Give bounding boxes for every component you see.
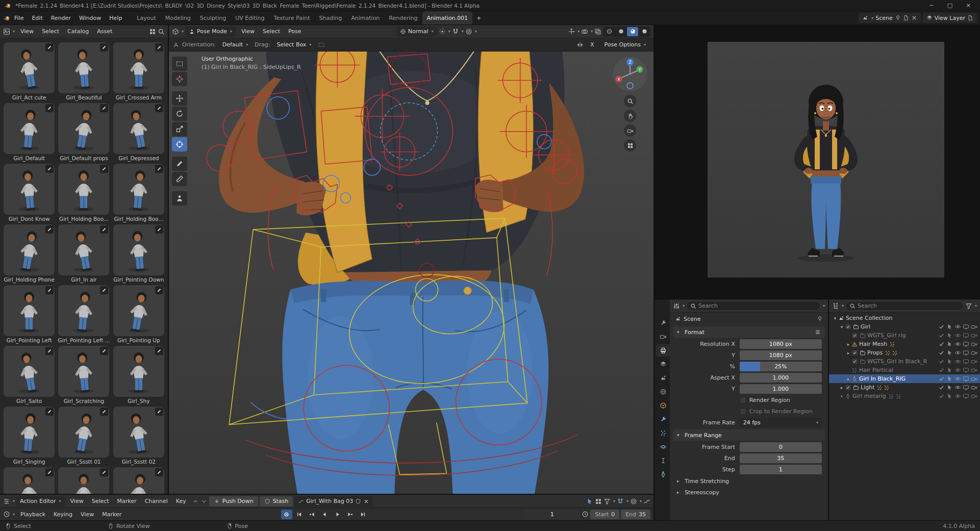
pin-id-icon[interactable] [817,316,823,322]
exclude-toggle-icon[interactable] [938,367,945,373]
ortho-toggle-button[interactable] [624,139,636,151]
minimize-button[interactable]: ─ [926,2,937,9]
asset-menu-asset[interactable]: Asset [93,27,116,36]
selectable-toggle-icon[interactable] [946,384,953,391]
disable-render-toggle-icon[interactable] [971,384,977,391]
asset-browser-editor-icon[interactable] [3,28,10,35]
asset-thumbnail[interactable] [58,285,109,336]
disable-render-toggle-icon[interactable] [971,375,977,382]
disable-viewport-toggle-icon[interactable] [963,384,969,391]
asset-item-girl-pointing-up[interactable]: Girl_Pointing Up [113,285,165,344]
mode-selector[interactable]: Pose Mode▾ [185,27,236,37]
expand-icon[interactable]: ▸ [845,342,851,347]
snap-keys-icon[interactable] [617,498,624,505]
disable-render-toggle-icon[interactable] [971,367,977,373]
asset-item-girl-pointing-left[interactable]: Girl_Pointing Left ... [58,285,110,344]
asset-item-girl-dont-know[interactable]: Girl_Dont Know [3,164,55,222]
exclude-toggle-icon[interactable] [938,341,945,347]
crop-render-region-checkbox[interactable]: Crop to Render Region [740,408,822,415]
workspace-tab-shading[interactable]: Shading [315,11,347,24]
format-presets-icon[interactable] [815,329,821,335]
properties-tab-constraints[interactable] [656,454,670,467]
edit-pose-icon[interactable] [155,408,163,416]
tool-select-box-button[interactable] [172,57,187,71]
add-workspace-button[interactable]: + [472,14,485,22]
stereoscopy-section-header[interactable]: ▸Stereoscopy [670,487,828,498]
edit-pose-icon[interactable] [100,225,108,234]
frame-start-field[interactable]: 0 [740,442,822,452]
proportional-keys-icon[interactable] [630,498,637,505]
navigation-axis-gizmo[interactable]: Z X Y [612,56,648,92]
dope-sheet-mode-dropdown[interactable]: Action Editor▾ [16,496,65,507]
display-mode-icon[interactable] [149,28,156,35]
fallback-tool-icon[interactable] [318,41,325,48]
asset-item-girl-in-air[interactable]: Girl_In air [58,224,110,283]
selectable-toggle-icon[interactable] [946,375,953,382]
show-gizmo-icon[interactable] [568,28,575,35]
frame-rate-dropdown[interactable]: 24 fps▾ [740,418,822,427]
hide-toggle-icon[interactable] [954,384,961,391]
outliner-search[interactable] [845,301,964,311]
asset-item-girl-holding-boo[interactable]: Girl_Holding Boo... [58,164,110,222]
edit-pose-icon[interactable] [155,165,163,173]
asset-item-girl-beautiful[interactable]: Girl_Beautiful [58,42,110,101]
edit-pose-icon[interactable] [45,104,54,112]
asset-item-girl-shy[interactable]: Girl_Shy [113,346,165,404]
workspace-tab-modeling[interactable]: Modeling [161,11,195,24]
selectable-toggle-icon[interactable] [946,367,953,373]
menu-window[interactable]: Window [75,14,105,22]
asset-thumbnail[interactable] [113,285,164,336]
play-button[interactable] [332,510,343,519]
edit-pose-icon[interactable] [45,347,54,355]
hide-toggle-icon[interactable] [954,375,961,382]
fake-user-icon[interactable] [355,498,361,504]
tool-transform-button[interactable] [172,137,187,151]
action-menu-channel[interactable]: Channel [141,497,172,505]
edit-pose-icon[interactable] [155,43,163,52]
asset-thumbnail[interactable] [58,407,109,458]
edit-pose-icon[interactable] [100,104,108,112]
collapse-icon[interactable]: ▾ [832,316,838,321]
shading-solid-button[interactable] [615,27,626,36]
timeline-menu-marker[interactable]: Marker [98,510,125,519]
key-interpolation-icon[interactable] [643,498,650,505]
asset-thumbnail[interactable] [4,224,55,275]
outliner-row-scene-collection[interactable]: ▾Scene Collection [829,314,980,322]
asset-item-girl-default-props[interactable]: Girl_Default props [58,103,110,162]
edit-pose-icon[interactable] [45,165,54,173]
edit-pose-icon[interactable] [155,347,163,355]
shading-rendered-button[interactable] [639,27,650,36]
disable-viewport-toggle-icon[interactable] [963,358,969,365]
tool-scale-button[interactable] [172,122,187,136]
action-menu-marker[interactable]: Marker [113,497,141,505]
timeline-menu-playback[interactable]: Playback [16,510,49,519]
outliner-row-light[interactable]: ▸Light [829,383,980,392]
show-overlays-icon[interactable] [581,28,588,35]
properties-tab-physics[interactable] [656,441,670,453]
properties-tab-object-data[interactable] [656,468,670,481]
workspace-tab-animation-001[interactable]: Animation.001 [422,11,473,24]
outliner-row-girl[interactable]: ▾Girl [829,322,980,331]
stash-button[interactable]: Stash [260,496,293,507]
action-menu-view[interactable]: View [66,497,88,505]
disable-render-toggle-icon[interactable] [971,332,977,339]
properties-tab-particles[interactable] [656,427,670,439]
aspect-y-field[interactable]: 1.000 [740,384,822,394]
viewport-menu-select[interactable]: Select [259,27,284,36]
collection-checkbox[interactable] [851,349,858,356]
asset-thumbnail[interactable] [58,42,109,93]
render-region-checkbox[interactable]: Render Region [740,397,822,403]
push-down-button[interactable]: Push Down [209,496,258,507]
edit-pose-icon[interactable] [155,286,163,294]
new-view-layer-icon[interactable] [967,15,973,21]
exclude-toggle-icon[interactable] [938,375,945,382]
drag-dropdown[interactable]: Select Box▾ [273,40,315,50]
outliner-row-wgts-girl-rig[interactable]: WGTS_Girl rig [829,331,980,340]
properties-tab-render[interactable] [656,331,670,343]
hide-toggle-icon[interactable] [954,332,961,339]
asset-thumbnail[interactable] [113,42,164,93]
selectable-toggle-icon[interactable] [946,332,953,339]
asset-thumbnail[interactable] [113,164,164,215]
collection-checkbox[interactable] [851,332,858,339]
app-menu-icon[interactable] [3,14,10,21]
